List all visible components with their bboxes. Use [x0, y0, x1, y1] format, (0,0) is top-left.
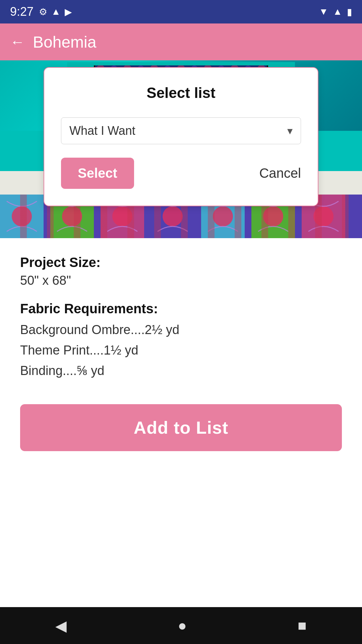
settings-icon: ⚙ [39, 6, 47, 17]
select-list-dialog: Select list What I Want ▾ Select Cancel [44, 67, 318, 206]
project-size-label: Project Size: [20, 255, 342, 270]
back-button[interactable]: ← [10, 34, 25, 50]
fabric-item-3: Binding....⅝ yd [20, 361, 342, 381]
fabric-item-2: Theme Print....1½ yd [20, 340, 342, 361]
svg-point-23 [163, 206, 183, 226]
svg-point-25 [263, 206, 283, 226]
status-right: ▼ ▲ ▮ [319, 6, 352, 17]
product-info: Project Size: 50" x 68" Fabric Requireme… [0, 238, 362, 397]
battery-icon: ▮ [347, 6, 352, 17]
cancel-button[interactable]: Cancel [259, 166, 301, 181]
nav-spacer [0, 471, 362, 512]
status-icons: ⚙ ▲ ▶ [39, 6, 72, 17]
fabric-top-section: Select list What I Want ▾ Select Cancel [0, 60, 362, 131]
app-bar: ← Bohemia [0, 23, 362, 60]
play-icon: ▶ [65, 6, 72, 17]
navigation-bar: ◀ ● ■ [0, 607, 362, 644]
fabric-item-1: Background Ombre....2½ yd [20, 320, 342, 340]
back-nav-icon[interactable]: ◀ [55, 617, 67, 634]
status-bar: 9:27 ⚙ ▲ ▶ ▼ ▲ ▮ [0, 0, 362, 23]
app-title: Bohemia [33, 33, 96, 51]
list-dropdown[interactable]: What I Want ▾ [61, 117, 301, 144]
dialog-title: Select list [61, 85, 301, 101]
svg-rect-12 [0, 195, 44, 238]
fabric-req-label: Fabric Requirements: [20, 301, 342, 316]
svg-point-21 [62, 206, 82, 226]
fabric-requirements-list: Background Ombre....2½ yd Theme Print...… [20, 320, 342, 381]
svg-point-26 [313, 206, 334, 226]
add-to-list-button[interactable]: Add to List [20, 404, 342, 451]
dropdown-value: What I Want [69, 124, 135, 138]
wifi-icon: ▼ [319, 6, 328, 17]
select-button[interactable]: Select [61, 158, 134, 189]
home-nav-icon[interactable]: ● [178, 617, 187, 634]
status-left: 9:27 ⚙ ▲ ▶ [10, 5, 72, 19]
status-time: 9:27 [10, 5, 34, 19]
avast-icon: ▲ [51, 6, 61, 17]
project-size-value: 50" x 68" [20, 273, 342, 288]
dialog-actions: Select Cancel [61, 158, 301, 189]
svg-point-22 [112, 206, 132, 226]
svg-point-24 [213, 206, 233, 226]
add-to-list-container: Add to List [0, 397, 362, 471]
svg-rect-19 [352, 195, 362, 238]
recents-nav-icon[interactable]: ■ [298, 617, 307, 634]
chevron-down-icon: ▾ [287, 124, 293, 137]
svg-point-20 [12, 206, 32, 226]
signal-icon: ▲ [333, 6, 342, 17]
main-content: Select list What I Want ▾ Select Cancel … [0, 60, 362, 512]
